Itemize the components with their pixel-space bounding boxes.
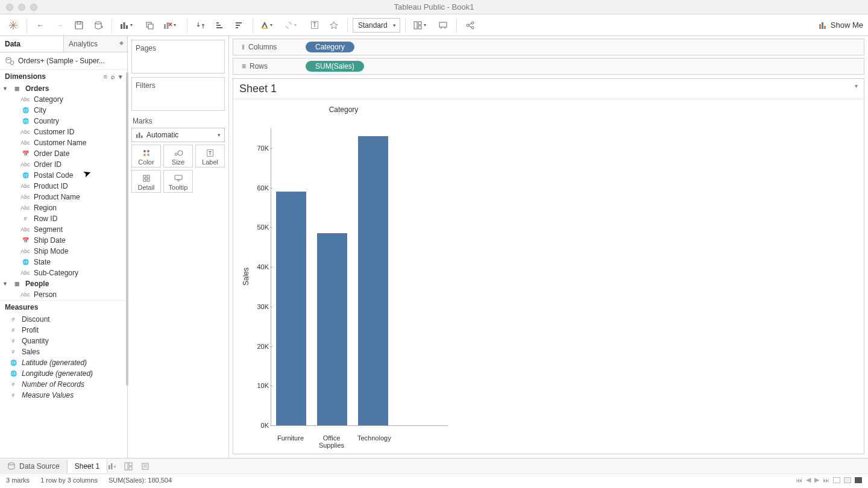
view-tabs-icon[interactable]	[833, 477, 840, 483]
rows-pill[interactable]: SUM(Sales)	[306, 61, 364, 72]
tooltip-card-label: Tooltip	[169, 184, 188, 191]
datasource-name: Orders+ (Sample - Super...	[18, 57, 105, 65]
field-person[interactable]: AbcPerson	[0, 289, 127, 300]
last-icon[interactable]: ⏭	[823, 477, 829, 484]
measure-profit[interactable]: #Profit	[0, 325, 127, 336]
tab-sheet1[interactable]: Sheet 1	[68, 460, 107, 473]
new-worksheet-button[interactable]: ▾	[117, 17, 139, 34]
columns-shelf[interactable]: ⦀Columns Category	[233, 39, 864, 55]
datasource-row[interactable]: Orders+ (Sample - Super...	[0, 52, 127, 70]
measure-longitude-generated-[interactable]: 🌐Longitude (generated)	[0, 368, 127, 379]
pages-label: Pages	[136, 44, 221, 52]
fit-select[interactable]: Standard	[353, 18, 400, 33]
swap-button[interactable]	[192, 17, 209, 34]
new-sheet-button[interactable]: +	[107, 462, 124, 471]
tree-group-people[interactable]: ▼▦People	[0, 278, 127, 289]
new-datasource-button[interactable]: +	[90, 17, 107, 34]
scrollbar-thumb[interactable]	[126, 72, 128, 386]
pages-shelf[interactable]: Pages	[131, 40, 225, 74]
columns-icon: ⦀	[242, 43, 245, 51]
sort-asc-button[interactable]	[212, 17, 228, 34]
sort-desc-button[interactable]	[231, 17, 248, 34]
view-thumb-icon[interactable]	[855, 477, 862, 483]
measure-measure-values[interactable]: #Measure Values	[0, 390, 127, 401]
save-button[interactable]	[71, 17, 87, 34]
tab-analytics[interactable]: Analytics◆	[64, 36, 127, 52]
size-card[interactable]: Size	[163, 145, 193, 167]
detail-card[interactable]: Detail	[131, 170, 161, 193]
field-customer-id[interactable]: AbcCustomer ID	[0, 127, 127, 137]
color-card-label: Color	[138, 158, 154, 166]
measure-latitude-generated-[interactable]: 🌐Latitude (generated)	[0, 357, 127, 368]
measure-label: Discount	[22, 315, 50, 324]
field-sub-category[interactable]: AbcSub-Category	[0, 267, 127, 278]
svg-rect-24	[414, 22, 417, 29]
rows-icon: ≡	[242, 62, 246, 70]
bar-furniture[interactable]	[276, 192, 306, 425]
field-ship-date[interactable]: 📅Ship Date	[0, 235, 127, 246]
field-segment[interactable]: AbcSegment	[0, 224, 127, 235]
field-postal-code[interactable]: 🌐Postal Code	[0, 170, 127, 181]
field-customer-name[interactable]: AbcCustomer Name	[0, 137, 127, 148]
new-story-button[interactable]	[141, 462, 158, 471]
field-row-id[interactable]: #Row ID	[0, 213, 127, 224]
view-filmstrip-icon[interactable]	[844, 477, 851, 483]
measure-sales[interactable]: #Sales	[0, 346, 127, 357]
next-icon[interactable]: ▶	[814, 476, 819, 484]
x-label: OfficeSupplies	[316, 434, 347, 449]
rows-shelf[interactable]: ≡Rows SUM(Sales)	[233, 58, 864, 75]
view-list-icon[interactable]: ≡	[104, 73, 107, 81]
menu-icon[interactable]: ▾	[119, 73, 122, 81]
presentation-button[interactable]	[435, 17, 451, 34]
new-dashboard-button[interactable]	[124, 462, 141, 471]
duplicate-button[interactable]	[141, 17, 158, 34]
measure-discount[interactable]: #Discount	[0, 314, 127, 325]
show-me-button[interactable]: Show Me	[817, 20, 863, 30]
label-card[interactable]: TLabel	[195, 145, 225, 167]
field-product-name[interactable]: AbcProduct Name	[0, 192, 127, 202]
measure-quantity[interactable]: #Quantity	[0, 336, 127, 346]
first-icon[interactable]: ⏮	[796, 477, 802, 484]
prev-icon[interactable]: ◀	[806, 476, 811, 484]
pin-button[interactable]	[326, 17, 342, 34]
field-category[interactable]: AbcCategory	[0, 94, 127, 105]
svg-rect-12	[148, 24, 153, 29]
field-product-id[interactable]: AbcProduct ID	[0, 181, 127, 192]
share-button[interactable]	[462, 17, 479, 34]
measure-number-of-records[interactable]: #Number of Records	[0, 379, 127, 390]
columns-pill[interactable]: Category	[306, 42, 354, 52]
mark-type-select[interactable]: Automatic	[131, 128, 225, 142]
field-label: Ship Date	[34, 236, 66, 245]
bar-office-supplies[interactable]	[317, 233, 347, 425]
tooltip-card[interactable]: Tooltip	[163, 170, 193, 193]
search-icon[interactable]: ⌕	[111, 73, 115, 81]
svg-rect-13	[164, 24, 166, 29]
bar-technology[interactable]	[358, 136, 388, 425]
field-country[interactable]: 🌐Country	[0, 116, 127, 127]
svg-rect-14	[167, 22, 169, 29]
field-state[interactable]: 🌐State	[0, 257, 127, 267]
sheet-title[interactable]: Sheet 1	[233, 79, 864, 99]
field-order-date[interactable]: 📅Order Date	[0, 148, 127, 159]
svg-rect-61	[142, 463, 148, 469]
back-button[interactable]: ←	[32, 17, 49, 34]
color-card[interactable]: Color	[131, 145, 161, 167]
field-ship-mode[interactable]: AbcShip Mode	[0, 246, 127, 257]
tab-datasource[interactable]: Data Source	[0, 460, 68, 473]
status-bar: 3 marks 1 row by 3 columns SUM(Sales): 1…	[0, 474, 868, 486]
tab-data[interactable]: Data	[0, 36, 64, 52]
columns-label: Columns	[248, 43, 277, 51]
forward-button[interactable]: →	[51, 17, 68, 34]
tableau-logo-icon[interactable]	[5, 17, 22, 34]
highlight-button[interactable]: ▾	[258, 17, 280, 34]
label-button[interactable]: T	[306, 17, 323, 34]
detail-card-label: Detail	[137, 184, 154, 191]
field-order-id[interactable]: AbcOrder ID	[0, 159, 127, 170]
group-button[interactable]: ▾	[282, 17, 304, 34]
svg-point-45	[143, 154, 146, 156]
tree-group-orders[interactable]: ▼▦Orders	[0, 83, 127, 94]
show-cards-button[interactable]: ▾	[410, 17, 432, 34]
clear-button[interactable]: ▾	[160, 17, 182, 34]
field-region[interactable]: AbcRegion	[0, 202, 127, 213]
svg-text:+: +	[101, 24, 103, 30]
